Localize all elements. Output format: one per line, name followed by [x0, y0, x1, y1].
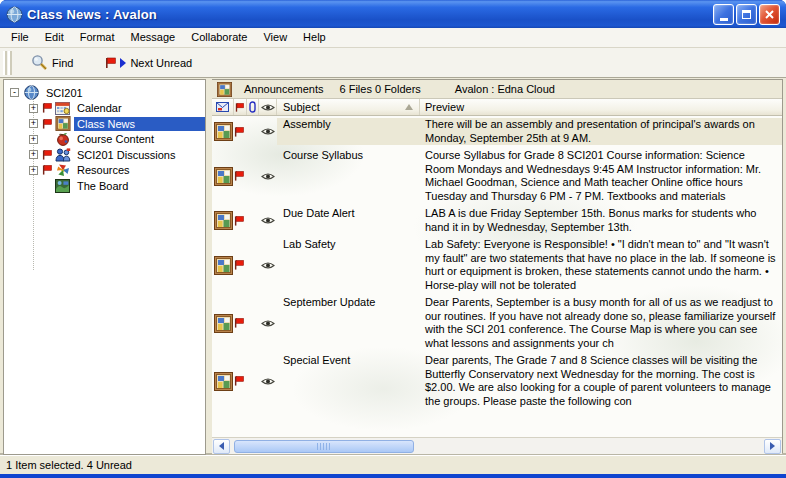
tree-item-course-content[interactable]: + Course Content: [4, 132, 205, 148]
unread-flag-icon: [234, 238, 247, 292]
maximize-button[interactable]: [736, 4, 757, 25]
expand-icon[interactable]: +: [29, 166, 38, 175]
calendar-icon: [54, 101, 71, 115]
column-attachment[interactable]: [247, 99, 259, 115]
expand-icon[interactable]: +: [29, 150, 38, 159]
next-arrow-icon: [120, 58, 126, 68]
message-subject: Special Event: [277, 354, 420, 408]
tree-item-the-board[interactable]: + The Board: [4, 178, 205, 194]
menu-edit[interactable]: Edit: [37, 29, 72, 46]
eye-icon: [259, 149, 277, 203]
unread-flag-icon: [234, 207, 247, 234]
column-preview[interactable]: Preview: [420, 99, 782, 115]
attachment-spacer: [247, 238, 259, 292]
close-button[interactable]: [759, 4, 780, 25]
news-icon: [54, 116, 71, 131]
bulletin-icon: [212, 354, 234, 408]
menu-collaborate[interactable]: Collaborate: [183, 29, 255, 46]
conference-name: Announcements: [244, 83, 324, 95]
message-preview: Dear parents, The Grade 7 and 8 Science …: [420, 354, 782, 408]
eye-icon: [259, 296, 277, 350]
horizontal-scrollbar[interactable]: [212, 437, 782, 454]
unread-flag-icon: [42, 149, 54, 161]
column-headers: Subject Preview: [212, 99, 782, 116]
expand-icon[interactable]: +: [29, 104, 38, 113]
menu-message[interactable]: Message: [123, 29, 184, 46]
message-subject: Course Syllabus: [277, 149, 420, 203]
message-preview: There will be an assembly and presentati…: [420, 118, 782, 145]
scroll-left-button[interactable]: [213, 439, 230, 454]
chevron-right-icon: [770, 442, 775, 450]
bulletin-icon: [212, 296, 234, 350]
next-unread-label: Next Unread: [130, 57, 192, 69]
message-subject: Assembly: [277, 118, 420, 145]
search-icon: [31, 54, 48, 71]
attachment-spacer: [247, 207, 259, 234]
tree-item-label: Resources: [74, 163, 205, 177]
message-row-due-date-alert[interactable]: Due Date Alert LAB A is due Friday Septe…: [212, 205, 782, 236]
minimize-button[interactable]: [713, 4, 734, 25]
message-row-special-event[interactable]: Special Event Dear parents, The Grade 7 …: [212, 352, 782, 410]
close-icon: [764, 9, 775, 20]
expand-icon[interactable]: +: [29, 135, 38, 144]
tree-item-sci201-discussions[interactable]: + SCI201 Discussions: [4, 147, 205, 163]
message-list: Assembly There will be an assembly and p…: [212, 116, 782, 437]
scroll-right-button[interactable]: [764, 439, 781, 454]
message-list-panel: Announcements 6 Files 0 Folders Avalon :…: [212, 79, 783, 455]
content-icon: [54, 132, 71, 146]
collapse-icon[interactable]: -: [10, 88, 19, 97]
message-preview: LAB A is due Friday September 15th. Bonu…: [420, 207, 782, 234]
tree-item-calendar[interactable]: + Calendar: [4, 101, 205, 117]
scrollbar-thumb[interactable]: [234, 440, 414, 453]
find-label: Find: [52, 57, 73, 69]
message-subject: Lab Safety: [277, 238, 420, 292]
next-unread-button[interactable]: Next Unread: [100, 54, 197, 72]
eye-icon: [259, 118, 277, 145]
message-subject: Due Date Alert: [277, 207, 420, 234]
message-row-september-update[interactable]: September Update Dear Parents, September…: [212, 294, 782, 352]
find-button[interactable]: Find: [26, 51, 78, 74]
app-window: Class News : Avalon File Edit Format Mes…: [0, 0, 786, 478]
title-bar[interactable]: Class News : Avalon: [0, 0, 786, 28]
account-name: Avalon : Edna Cloud: [455, 83, 555, 95]
column-read-status[interactable]: [259, 99, 277, 115]
menu-format[interactable]: Format: [72, 29, 123, 46]
tree-item-resources[interactable]: + Resources: [4, 163, 205, 179]
column-message-type[interactable]: [212, 99, 234, 115]
attachment-spacer: [247, 149, 259, 203]
toolbar-grip[interactable]: [3, 51, 12, 75]
status-bar: 1 Item selected. 4 Unread: [0, 455, 786, 474]
discussions-icon: [54, 148, 71, 162]
menu-file[interactable]: File: [3, 29, 37, 46]
bulletin-icon: [212, 207, 234, 234]
unread-flag-icon: [42, 102, 54, 114]
resources-icon: [54, 163, 71, 177]
bulletin-icon: [212, 238, 234, 292]
tree-item-sci201[interactable]: - SCI201: [4, 85, 205, 101]
menu-help[interactable]: Help: [295, 29, 334, 46]
message-row-lab-safety[interactable]: Lab Safety Lab Safety: Everyone is Respo…: [212, 236, 782, 294]
unread-flag-icon: [234, 149, 247, 203]
menu-view[interactable]: View: [255, 29, 295, 46]
eye-icon: [259, 238, 277, 292]
unread-flag-icon: [42, 118, 54, 130]
column-subject[interactable]: Subject: [277, 99, 420, 115]
announcements-icon: [217, 82, 232, 97]
maximize-icon: [742, 10, 751, 19]
column-flag[interactable]: [234, 99, 247, 115]
globe-icon: [23, 85, 40, 100]
toolbar: Find Next Unread: [0, 48, 786, 78]
tree-item-label: Course Content: [74, 132, 205, 146]
tree-item-class-news[interactable]: + Class News: [4, 116, 205, 132]
window-bottom-border: [0, 474, 786, 478]
preview-header-label: Preview: [425, 101, 464, 113]
sort-ascending-icon: [405, 104, 413, 110]
message-row-assembly[interactable]: Assembly There will be an assembly and p…: [212, 116, 782, 147]
main-area: - SCI201 + Calendar + Cla: [0, 78, 786, 455]
globe-app-icon: [6, 6, 23, 23]
board-icon: [54, 179, 71, 193]
expand-icon[interactable]: +: [29, 119, 38, 128]
conference-info-bar: Announcements 6 Files 0 Folders Avalon :…: [212, 80, 782, 99]
tree-item-label: SCI201 Discussions: [74, 148, 205, 162]
message-row-course-syllabus[interactable]: Course Syllabus Course Syllabus for Grad…: [212, 147, 782, 205]
